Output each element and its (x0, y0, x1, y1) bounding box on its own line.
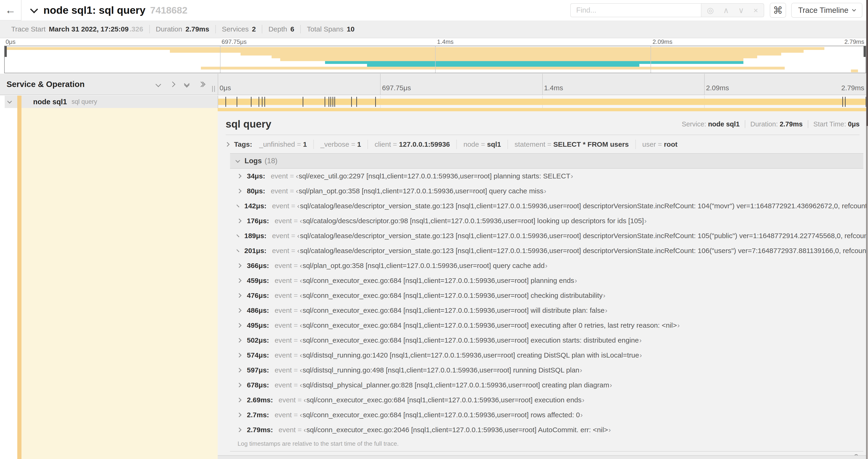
chevron-right-icon (237, 368, 242, 372)
log-marker (842, 97, 843, 107)
grid-line (542, 74, 543, 95)
log-row[interactable]: 142μs:event = sql/catalog/lease/descript… (230, 198, 863, 214)
locate-icon: ◎ (707, 6, 714, 14)
tags-label: Tags: (234, 140, 252, 148)
logs-count: (18) (265, 157, 277, 165)
log-row[interactable]: 189μs:event = sql/catalog/lease/descript… (230, 228, 863, 243)
collapse-all-double-chevron-down-icon[interactable] (185, 81, 189, 87)
find-input[interactable] (570, 3, 701, 17)
trace-minimap[interactable] (4, 46, 866, 73)
column-resize-grip[interactable] (212, 86, 215, 92)
chevron-right-icon (237, 308, 242, 313)
separator (456, 140, 457, 149)
grid-line (435, 46, 436, 73)
log-row[interactable]: 80μs:event = sql/plan_opt.go:358 [nsql1,… (230, 184, 863, 198)
chevron-right-icon (237, 323, 242, 328)
page-header: ← node sql1: sql query 7418682 ◎∧∨× ⌘ Tr… (0, 0, 866, 21)
log-row[interactable]: 366μs:event = sql/plan_opt.go:358 [nsql1… (230, 258, 863, 273)
minimap-right-drag-handle[interactable] (864, 46, 866, 57)
separator (808, 120, 808, 128)
log-row[interactable]: 2.79ms:event = sql/conn_executor_exec.go… (230, 422, 863, 437)
summary-item: Trace StartMarch 31 2022, 17:25:09.326 (5, 25, 149, 33)
span-row-name-cell[interactable]: node sql1 sql query (5, 96, 218, 108)
minimap-span (241, 53, 781, 56)
tag-node: node = sql1 (463, 140, 501, 148)
log-row[interactable]: 678μs:event = sql/distsql_physical_plann… (230, 378, 863, 393)
trace-title: node sql1: sql query (43, 4, 146, 16)
chevron-right-icon (236, 234, 239, 237)
tags-list: _unfinished = 1_verbose = 1client = 127.… (259, 140, 678, 149)
keyboard-shortcuts-button[interactable]: ⌘ (770, 3, 786, 18)
detail-row-background (22, 108, 218, 459)
timeline-ruler: 0μs697.75μs1.4ms2.09ms2.79ms (218, 74, 866, 95)
grid-line (380, 74, 380, 95)
header-controls: ◎∧∨× ⌘ Trace Timeline (570, 3, 863, 18)
trace-collapse-chevron-down-icon[interactable] (30, 5, 38, 13)
chevron-down-icon (236, 158, 240, 163)
minimap-span (280, 58, 743, 61)
clear-icon: × (753, 6, 758, 14)
span-row-node-sql1[interactable]: node sql1 sql query (0, 96, 866, 108)
span-duration-bar[interactable] (218, 99, 866, 105)
chevron-right-icon (237, 383, 242, 387)
expand-all-double-chevron-right-icon[interactable] (199, 82, 205, 86)
log-marker (262, 97, 262, 107)
tags-accordion[interactable]: Tags: _unfinished = 1_verbose = 1client … (226, 139, 866, 150)
chevron-right-icon (237, 293, 242, 298)
logs-header[interactable]: Logs (18) (230, 153, 863, 169)
log-row[interactable]: 34μs:event = sql/exec_util.go:2297 [nsql… (230, 169, 863, 184)
back-button[interactable]: ← (0, 0, 22, 21)
collapse-one-chevron-down-icon[interactable] (155, 81, 161, 87)
trace-view-selector[interactable]: Trace Timeline (791, 3, 862, 18)
ruler-tick-label: 1.4ms (437, 38, 454, 45)
view-selector-label: Trace Timeline (798, 6, 848, 15)
log-row[interactable]: 2.7ms:event = sql/conn_executor_exec.go:… (230, 407, 863, 422)
minimap-left-drag-handle[interactable] (5, 46, 7, 57)
log-row[interactable]: 476μs:event = sql/conn_executor_exec.go:… (230, 288, 863, 303)
log-marker (375, 97, 376, 107)
span-row-timeline-cell[interactable] (218, 96, 866, 108)
separator (313, 140, 314, 149)
log-row[interactable]: 176μs:event = sql/catalog/descs/descript… (230, 214, 863, 228)
log-row[interactable]: 2.69ms:event = sql/conn_executor_exec.go… (230, 393, 863, 407)
span-operation-title: sql query (226, 118, 271, 130)
ruler-tick-label: 697.75μs (222, 38, 247, 45)
tag-client: client = 127.0.0.1:59936 (374, 140, 450, 148)
summary-item: Duration2.79ms (150, 25, 215, 33)
chevron-right-icon (236, 204, 239, 207)
ruler-tick-label: 2.79ms (844, 38, 864, 45)
log-marker (331, 97, 331, 107)
log-row[interactable]: 597μs:event = sql/distsql_running.go:498… (230, 363, 863, 378)
summary-item: Services2 (216, 25, 262, 33)
ruler-tick-label: 697.75μs (382, 84, 411, 92)
service-color-stripe (17, 108, 22, 459)
expand-one-chevron-right-icon[interactable] (169, 81, 175, 87)
log-marker (258, 97, 259, 107)
span-detail-accent-bar (218, 108, 866, 111)
row-collapse-chevron-down-icon[interactable] (7, 99, 12, 104)
minimap-span (170, 50, 804, 53)
separator (507, 140, 508, 149)
log-row[interactable]: 495μs:event = sql/conn_executor_exec.go:… (230, 318, 863, 333)
log-marker (324, 97, 325, 107)
log-row[interactable]: 502μs:event = sql/conn_executor_exec.go:… (230, 333, 863, 348)
chevron-right-icon (237, 353, 242, 358)
chevron-down-icon: ∨ (738, 6, 744, 14)
chevron-right-icon (237, 219, 242, 223)
log-row[interactable]: 486μs:event = sql/conn_executor_exec.go:… (230, 303, 863, 318)
log-row[interactable]: 201μs:event = sql/catalog/lease/descript… (230, 243, 863, 258)
trace-id: 7418682 (150, 5, 188, 16)
minimap-span (5, 47, 825, 50)
back-arrow-icon: ← (5, 4, 16, 16)
vertical-scrollbar[interactable] (866, 0, 868, 459)
log-row[interactable]: 459μs:event = sql/conn_executor_exec.go:… (230, 273, 863, 288)
operation-name: sql query (72, 98, 97, 105)
log-marker (237, 97, 237, 107)
ruler-tick-label: 2.09ms (653, 38, 673, 45)
ruler-tick-label: 1.4ms (544, 84, 563, 92)
scrollbar-thumb[interactable] (867, 0, 868, 126)
logs-accordion: Logs (18) 34μs:event = sql/exec_util.go:… (230, 153, 863, 452)
chevron-right-icon (225, 142, 229, 147)
minimap-ruler: 0μs697.75μs1.4ms2.09ms2.79ms (4, 38, 866, 45)
log-row[interactable]: 574μs:event = sql/distsql_running.go:142… (230, 348, 863, 363)
